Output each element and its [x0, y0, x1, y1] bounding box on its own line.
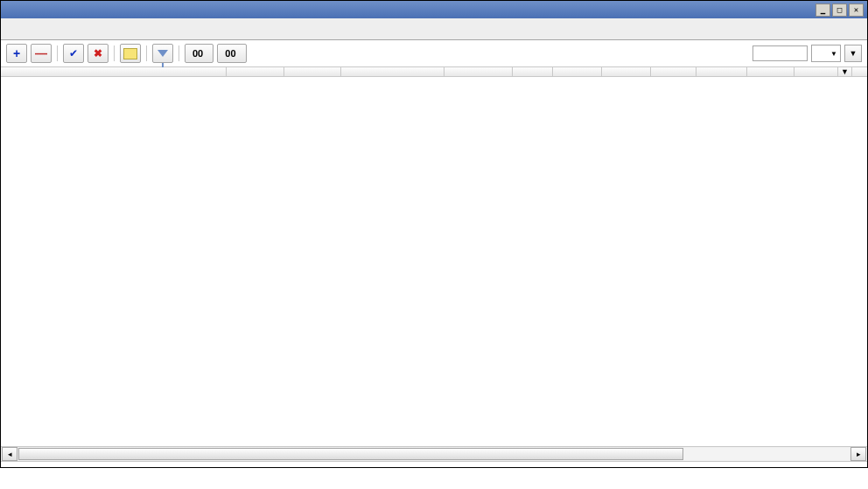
find-input[interactable] [752, 45, 808, 61]
add-button[interactable]: + [6, 44, 27, 63]
scroll-track[interactable] [18, 448, 850, 460]
toolbar: + — ✔ ✖ 00 00 ▼ ▼ [1, 40, 867, 67]
separator [57, 45, 58, 61]
col-number[interactable] [1, 67, 227, 76]
col-in-interface[interactable] [651, 67, 696, 76]
minus-icon: — [35, 46, 47, 60]
horizontal-scrollbar[interactable]: ◂ ▸ [1, 446, 867, 461]
filter-overflow-button[interactable]: ▼ [844, 45, 862, 62]
rules-table: ▼ ◂ ▸ [1, 67, 867, 461]
close-button[interactable]: ✕ [849, 3, 864, 17]
separator [178, 45, 179, 61]
col-in-interface-list[interactable] [747, 67, 794, 76]
filter-button[interactable] [152, 44, 173, 63]
maximize-button[interactable]: □ [832, 3, 847, 17]
remove-button[interactable]: — [31, 44, 52, 63]
funnel-icon [158, 50, 168, 57]
scroll-thumb[interactable] [18, 448, 683, 460]
title-bar[interactable]: ▁ □ ✕ [1, 1, 867, 18]
chevron-down-icon: ▼ [850, 49, 858, 58]
col-out-interface-list[interactable] [794, 67, 838, 76]
col-out-interface[interactable] [696, 67, 747, 76]
columns-menu-button[interactable]: ▼ [838, 67, 852, 76]
plus-icon: + [13, 46, 20, 60]
minimize-button[interactable]: ▁ [816, 3, 830, 17]
x-icon: ✖ [94, 47, 102, 59]
col-chain[interactable] [284, 67, 341, 76]
table-body[interactable] [1, 77, 867, 446]
table-header: ▼ [1, 67, 867, 77]
col-protocol[interactable] [513, 67, 553, 76]
separator [114, 45, 115, 61]
reset-counters-button[interactable]: 00 [185, 44, 214, 63]
col-action[interactable] [227, 67, 284, 76]
comment-button[interactable] [120, 44, 141, 63]
col-src-address[interactable] [341, 67, 444, 76]
reset-all-counters-button[interactable]: 00 [217, 44, 246, 63]
scroll-right-button[interactable]: ▸ [850, 447, 866, 461]
disable-button[interactable]: ✖ [88, 44, 108, 63]
firewall-window: ▁ □ ✕ + — ✔ ✖ 00 00 ▼ ▼ [0, 0, 868, 468]
check-icon: ✔ [69, 47, 78, 59]
col-dst-port[interactable] [602, 67, 651, 76]
chevron-down-icon: ▼ [830, 50, 837, 58]
enable-button[interactable]: ✔ [63, 44, 84, 63]
status-bar [1, 461, 867, 467]
col-dst-address[interactable] [444, 67, 513, 76]
scroll-left-button[interactable]: ◂ [2, 447, 18, 461]
col-src-port[interactable] [553, 67, 602, 76]
separator [146, 45, 147, 61]
filter-select[interactable]: ▼ [811, 45, 841, 62]
tab-bar [1, 18, 867, 40]
note-icon [123, 48, 137, 59]
